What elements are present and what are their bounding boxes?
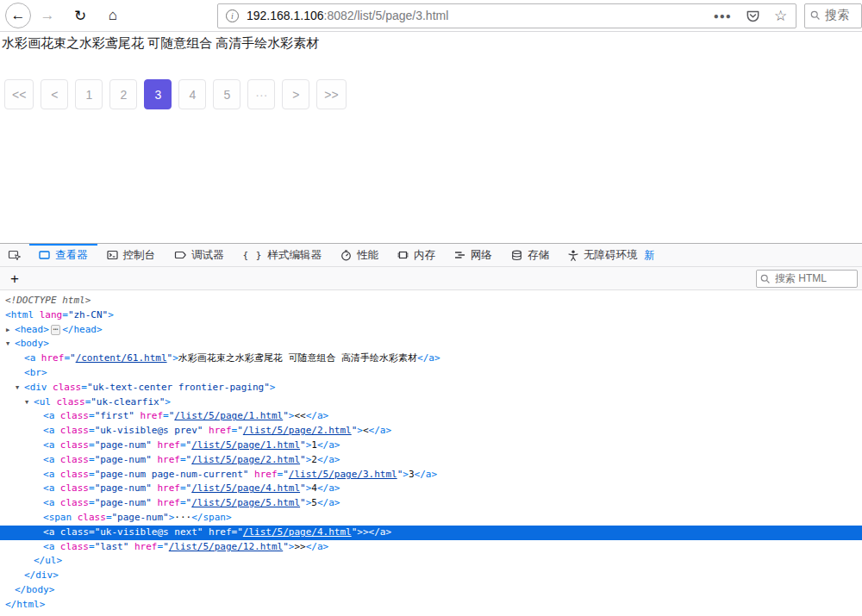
code-token: < (43, 469, 49, 480)
code-token: </ (415, 469, 426, 480)
add-node-button[interactable]: + (0, 271, 19, 286)
code-token: = (163, 410, 169, 421)
pagination-button[interactable]: 5 (213, 79, 240, 109)
browser-search-box[interactable]: 搜索 (804, 3, 862, 28)
code-token: " (283, 469, 289, 480)
markup-line[interactable]: ▼<body> (0, 337, 862, 352)
forward-icon: → (41, 7, 55, 24)
markup-line[interactable]: <a class="uk-visible@s prev" href="/list… (0, 424, 862, 439)
tab-performance[interactable]: 性能 (331, 244, 388, 266)
code-token: " (237, 526, 243, 538)
markup-line[interactable]: <a class="page-num" href="/list/5/page/1… (0, 439, 862, 453)
markup-line[interactable]: <a class="page-num" href="/list/5/page/2… (0, 453, 862, 468)
tab-inspector[interactable]: 查看器 (29, 244, 97, 266)
code-token: = (89, 469, 95, 480)
tab-style-editor[interactable]: { } 样式编辑器 (234, 244, 331, 266)
markup-line-selected[interactable]: <a class="uk-visible@s next" href="/list… (0, 526, 862, 540)
code-token: < (15, 324, 21, 335)
code-token: href (152, 454, 180, 465)
back-icon: ← (11, 7, 26, 24)
element-picker-button[interactable] (0, 244, 29, 266)
pagination-current-page[interactable]: 3 (144, 79, 172, 109)
code-token: > (226, 512, 232, 523)
bookmark-star-icon[interactable]: ☆ (774, 7, 787, 25)
code-token: span (49, 512, 72, 523)
code-token: ··· (174, 512, 191, 523)
markup-line[interactable]: ▶<head>⋯</head> (0, 323, 862, 338)
code-token: = (180, 497, 186, 508)
code-token: </ (62, 324, 73, 335)
page-actions-icon[interactable]: ●●● (714, 11, 732, 21)
code-token: < (43, 410, 49, 421)
expand-arrow-icon[interactable]: ▼ (16, 381, 24, 395)
code-token: 4 (311, 482, 317, 494)
code-token: head (21, 324, 44, 335)
markup-line[interactable]: <a class="page-num" href="/list/5/page/5… (0, 496, 862, 511)
code-token: href (128, 541, 157, 552)
forward-button[interactable]: → (34, 3, 60, 28)
pagination-button[interactable]: 1 (75, 79, 103, 109)
tab-accessibility[interactable]: 无障碍环境 新 (559, 244, 665, 266)
content-title-link[interactable]: 水彩画花束之水彩鸢尾花 可随意组合 高清手绘水彩素材 (2, 35, 319, 52)
home-button[interactable]: ⌂ (100, 3, 126, 28)
markup-line[interactable]: </body> (0, 583, 862, 598)
code-token: = (89, 410, 95, 421)
pocket-icon[interactable] (746, 9, 760, 23)
markup-line[interactable]: <br> (0, 366, 862, 381)
expand-arrow-icon[interactable]: ▶ (6, 323, 15, 338)
expand-arrow-icon[interactable]: ▼ (6, 337, 15, 352)
markup-line[interactable]: <a href="/content/61.html">水彩画花束之水彩鸢尾花 可… (0, 352, 862, 366)
markup-line[interactable]: <a class="last" href="/list/5/page/12.ht… (0, 540, 862, 555)
code-token: </ (369, 526, 380, 538)
site-info-icon[interactable]: i (226, 9, 239, 22)
tab-console[interactable]: 控制台 (97, 244, 166, 266)
code-token: </ (5, 599, 16, 610)
expand-arrow-icon[interactable]: ▼ (25, 395, 34, 410)
markup-line[interactable]: </html> (0, 598, 862, 613)
tab-storage[interactable]: 存储 (502, 244, 559, 266)
code-token: </ (306, 410, 317, 421)
pagination-button[interactable]: 4 (178, 79, 206, 109)
markup-line[interactable]: <a class="page-num" href="/list/5/page/4… (0, 482, 862, 496)
markup-line[interactable]: <a class="page-num page-num-current" hre… (0, 468, 862, 482)
devtools-search-input[interactable] (756, 270, 858, 288)
tab-memory[interactable]: 内存 (388, 244, 445, 266)
refresh-button[interactable]: ↻ (67, 3, 93, 28)
pagination-button[interactable]: >> (316, 79, 346, 109)
back-button[interactable]: ← (5, 3, 31, 28)
markup-line[interactable]: <span class="page-num">···</span> (0, 511, 862, 526)
accessibility-icon (568, 250, 578, 261)
code-token: > (357, 526, 363, 538)
pagination-ellipsis[interactable]: ··· (247, 79, 275, 109)
code-token: > (334, 497, 340, 508)
markup-line[interactable]: </ul> (0, 554, 862, 569)
browser-window: ← → ↻ ⌂ i 192.168.1.106:8082/list/5/page… (0, 0, 862, 616)
markup-line[interactable]: ▼<ul class="uk-clearfix"> (0, 395, 862, 410)
collapsed-content-badge[interactable]: ⋯ (51, 325, 60, 335)
tab-network[interactable]: 网络 (445, 244, 502, 266)
tab-label: 调试器 (191, 248, 224, 263)
inspector-icon (39, 250, 50, 260)
markup-line[interactable]: ▼<div class="uk-text-center frontier-pag… (0, 381, 862, 395)
pagination-button[interactable]: > (282, 79, 309, 109)
code-token: href (203, 425, 231, 436)
markup-line[interactable]: <a class="first" href="/list/5/page/1.ht… (0, 409, 862, 424)
markup-line[interactable]: </div> (0, 569, 862, 583)
markup-line[interactable]: <html lang="zh-CN"> (0, 308, 862, 323)
tab-label: 内存 (414, 248, 435, 263)
code-token: </ (417, 352, 428, 364)
code-token: a (317, 541, 323, 552)
markup-line[interactable]: <!DOCTYPE html> (0, 294, 862, 308)
code-token: " (300, 497, 306, 508)
code-token: " (283, 410, 289, 421)
code-token: > (334, 454, 340, 465)
code-token: > (165, 396, 171, 408)
pagination-button[interactable]: < (41, 79, 68, 109)
tab-debugger[interactable]: 调试器 (165, 244, 234, 266)
pagination-button[interactable]: 2 (109, 79, 137, 109)
pagination-button[interactable]: << (4, 79, 34, 109)
code-token: > (323, 410, 329, 421)
url-bar[interactable]: i 192.168.1.106:8082/list/5/page/3.html … (217, 3, 796, 28)
code-token: span (203, 512, 226, 523)
code-token: /list/5/page/1.html (191, 439, 300, 451)
